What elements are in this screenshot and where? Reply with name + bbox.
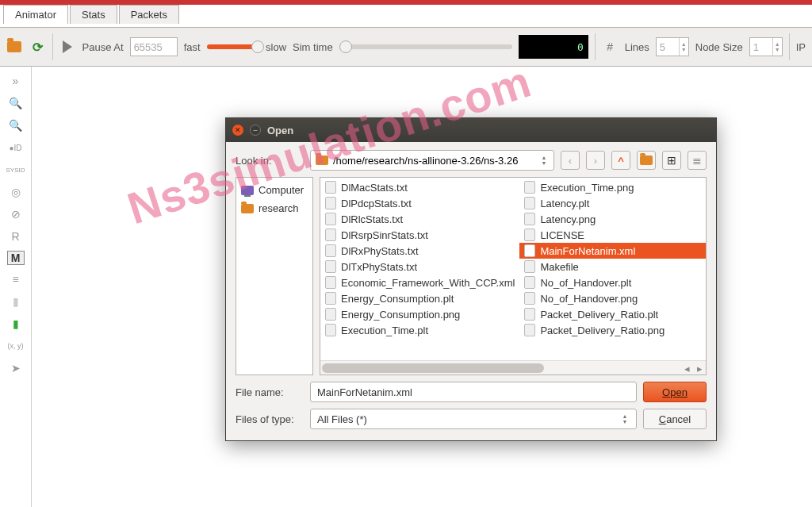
document-icon	[524, 181, 535, 194]
id-tag-icon[interactable]: ●ID	[8, 140, 24, 156]
file-item[interactable]: No_of_Handover.plt	[519, 275, 706, 290]
back-button[interactable]: ‹	[561, 151, 580, 170]
sim-time-label: Sim time	[293, 41, 333, 53]
file-item[interactable]: DlRsrpSinrStats.txt	[320, 227, 519, 243]
combo-arrows-icon[interactable]: ▲▼	[539, 155, 549, 166]
open-button[interactable]: Open	[643, 382, 707, 402]
list-icon[interactable]: ≡	[8, 271, 24, 287]
main-toolbar: Pause At fast slow Sim time 0 Lines ▲▼ N…	[0, 27, 812, 67]
sysid-icon[interactable]: SYSID	[8, 162, 24, 178]
list-view-button[interactable]: ≣	[688, 151, 707, 170]
file-name: DlRlcStats.txt	[341, 213, 403, 225]
spinner-arrows[interactable]: ▲▼	[679, 38, 688, 56]
speed-slider[interactable]	[207, 44, 259, 49]
minimize-icon[interactable]: –	[250, 125, 261, 136]
document-icon	[524, 197, 535, 209]
slider-thumb[interactable]	[251, 40, 264, 53]
file-item[interactable]: Energy_Consumption.png	[320, 306, 519, 322]
zoom-out-icon[interactable]: 🔍	[8, 117, 24, 133]
file-item[interactable]: Makefile	[519, 259, 706, 275]
new-folder-button[interactable]	[637, 151, 656, 170]
file-item[interactable]: Packet_Delivery_Ratio.plt	[519, 306, 706, 322]
dialog-titlebar[interactable]: ✕ – Open	[226, 118, 716, 142]
scroll-right-icon[interactable]: ▸	[693, 361, 706, 375]
file-name: No_of_Handover.png	[540, 293, 638, 305]
combo-arrows-icon[interactable]: ▲▼	[620, 413, 630, 424]
side-toolbar: » 🔍 🔍 ●ID SYSID ◎ ⊘ R M ≡ ▮ ▮ (x, y) ➤	[0, 67, 32, 507]
slash-icon[interactable]: ⊘	[8, 206, 24, 222]
file-item[interactable]: Energy_Consumption.plt	[320, 290, 519, 306]
open-file-button[interactable]	[6, 38, 23, 56]
look-in-combo[interactable]: /home/research/ns-allinone-3.26/ns-3.26 …	[310, 150, 554, 171]
reload-button[interactable]	[29, 38, 46, 56]
files-of-type-combo[interactable]: All Files (*) ▲▼	[310, 409, 637, 429]
cursor-icon[interactable]: ➤	[8, 360, 24, 376]
file-item[interactable]: Execution_Time.plt	[320, 322, 519, 338]
place-research[interactable]: research	[236, 199, 312, 217]
file-name: Energy_Consumption.plt	[341, 293, 454, 305]
pause-at-input[interactable]	[130, 37, 178, 56]
ip-label: IP	[796, 41, 806, 53]
up-button[interactable]: ^	[611, 151, 630, 170]
folder-icon	[7, 41, 21, 52]
document-icon	[325, 276, 336, 289]
file-item[interactable]: DlRxPhyStats.txt	[320, 243, 519, 259]
document-icon	[524, 244, 535, 257]
folder-plus-icon	[640, 156, 653, 165]
document-icon	[524, 229, 535, 241]
zoom-in-icon[interactable]: 🔍	[8, 95, 24, 111]
file-item[interactable]: DlTxPhyStats.txt	[320, 259, 519, 275]
battery-full-icon[interactable]: ▮	[8, 316, 24, 332]
close-icon[interactable]: ✕	[232, 125, 243, 136]
node-size-input[interactable]	[750, 38, 772, 56]
battery-empty-icon[interactable]: ▮	[8, 294, 24, 309]
file-item[interactable]: DlPdcpStats.txt	[320, 195, 519, 211]
file-item[interactable]: Execution_Time.png	[519, 179, 706, 195]
lines-spinner[interactable]: ▲▼	[656, 37, 689, 56]
tab-stats[interactable]: Stats	[70, 5, 117, 24]
expand-icon[interactable]: »	[8, 73, 24, 89]
node-size-spinner[interactable]: ▲▼	[749, 37, 783, 56]
file-name: DlRxPhyStats.txt	[341, 245, 419, 257]
sim-time-slider[interactable]	[339, 44, 512, 49]
file-item[interactable]: Latency.png	[519, 211, 706, 227]
file-name-input[interactable]: MainForNetanim.xml	[310, 382, 637, 402]
cursor-xy-icon[interactable]: (x, y)	[8, 338, 24, 354]
file-item[interactable]: DlMacStats.txt	[320, 179, 519, 195]
document-icon	[325, 292, 336, 305]
file-name-text: MainForNetanim.xml	[317, 386, 412, 398]
r-button[interactable]: R	[8, 229, 24, 244]
file-item[interactable]: DlRlcStats.txt	[320, 211, 519, 227]
file-item[interactable]: MainForNetanim.xml	[519, 243, 706, 259]
file-item[interactable]: Latency.plt	[519, 195, 706, 211]
document-icon	[325, 197, 336, 209]
grid-button[interactable]	[602, 38, 619, 56]
document-icon	[524, 276, 535, 289]
circle-icon[interactable]: ◎	[8, 184, 24, 200]
file-item[interactable]: Packet_Delivery_Ratio.png	[519, 322, 706, 338]
m-button[interactable]: M	[7, 251, 25, 265]
computer-icon	[241, 186, 254, 195]
tab-packets[interactable]: Packets	[119, 5, 179, 24]
place-computer[interactable]: Computer	[236, 181, 312, 199]
tab-animator[interactable]: Animator	[3, 5, 68, 24]
cancel-button[interactable]: Cancel	[643, 409, 707, 429]
scrollbar-thumb[interactable]	[322, 363, 544, 373]
file-name: DlPdcpStats.txt	[341, 198, 412, 209]
horizontal-scrollbar[interactable]: ◂ ▸	[320, 360, 706, 374]
separator	[789, 33, 790, 60]
dialog-title: Open	[267, 125, 293, 136]
spinner-arrows[interactable]: ▲▼	[772, 38, 782, 56]
tab-strip: Animator Stats Packets	[3, 5, 179, 24]
look-in-path: /home/research/ns-allinone-3.26/ns-3.26	[333, 155, 534, 167]
lines-input[interactable]	[657, 38, 679, 56]
file-item[interactable]: No_of_Handover.png	[519, 290, 706, 306]
icon-view-button[interactable]: ⊞	[662, 151, 681, 170]
scroll-left-icon[interactable]: ◂	[680, 361, 693, 375]
files-of-type-value: All Files (*)	[317, 413, 367, 425]
slider-thumb[interactable]	[339, 40, 352, 53]
file-item[interactable]: LICENSE	[519, 227, 706, 243]
forward-button[interactable]: ›	[586, 151, 605, 170]
play-button[interactable]	[59, 38, 76, 56]
file-item[interactable]: Economic_Framework_With_CCP.xml	[320, 275, 519, 290]
